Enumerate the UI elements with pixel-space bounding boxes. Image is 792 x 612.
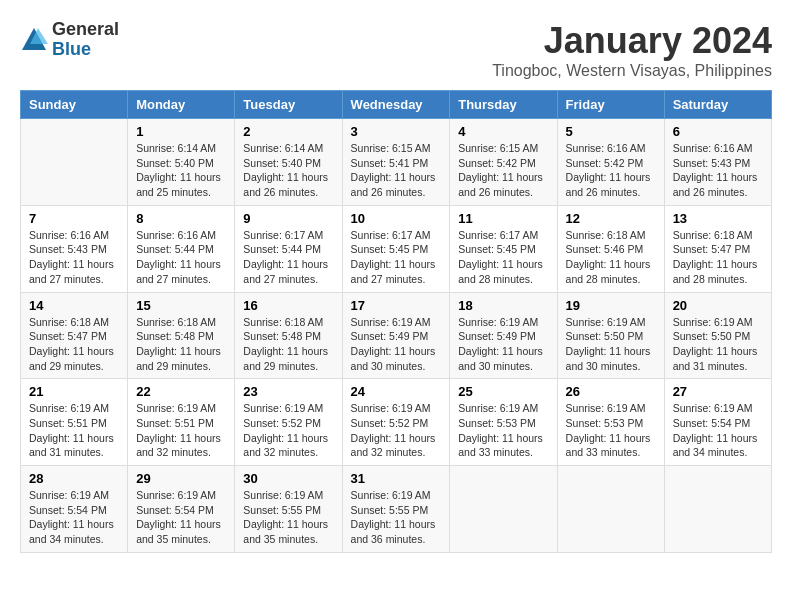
day-cell: 31Sunrise: 6:19 AMSunset: 5:55 PMDayligh… bbox=[342, 466, 450, 553]
day-cell: 25Sunrise: 6:19 AMSunset: 5:53 PMDayligh… bbox=[450, 379, 557, 466]
day-number: 23 bbox=[243, 384, 333, 399]
day-number: 22 bbox=[136, 384, 226, 399]
day-info: Sunrise: 6:19 AMSunset: 5:55 PMDaylight:… bbox=[243, 488, 333, 547]
day-number: 6 bbox=[673, 124, 763, 139]
day-info: Sunrise: 6:19 AMSunset: 5:54 PMDaylight:… bbox=[673, 401, 763, 460]
day-number: 10 bbox=[351, 211, 442, 226]
day-cell: 3Sunrise: 6:15 AMSunset: 5:41 PMDaylight… bbox=[342, 119, 450, 206]
day-number: 30 bbox=[243, 471, 333, 486]
day-cell: 30Sunrise: 6:19 AMSunset: 5:55 PMDayligh… bbox=[235, 466, 342, 553]
day-info: Sunrise: 6:15 AMSunset: 5:42 PMDaylight:… bbox=[458, 141, 548, 200]
day-number: 26 bbox=[566, 384, 656, 399]
page-subtitle: Tinogboc, Western Visayas, Philippines bbox=[492, 62, 772, 80]
week-row-2: 7Sunrise: 6:16 AMSunset: 5:43 PMDaylight… bbox=[21, 205, 772, 292]
day-cell: 8Sunrise: 6:16 AMSunset: 5:44 PMDaylight… bbox=[128, 205, 235, 292]
day-info: Sunrise: 6:19 AMSunset: 5:53 PMDaylight:… bbox=[458, 401, 548, 460]
day-cell: 28Sunrise: 6:19 AMSunset: 5:54 PMDayligh… bbox=[21, 466, 128, 553]
day-number: 17 bbox=[351, 298, 442, 313]
day-cell bbox=[21, 119, 128, 206]
day-number: 21 bbox=[29, 384, 119, 399]
day-cell bbox=[450, 466, 557, 553]
header-day-saturday: Saturday bbox=[664, 91, 771, 119]
day-number: 9 bbox=[243, 211, 333, 226]
day-info: Sunrise: 6:17 AMSunset: 5:45 PMDaylight:… bbox=[351, 228, 442, 287]
day-number: 13 bbox=[673, 211, 763, 226]
day-cell: 7Sunrise: 6:16 AMSunset: 5:43 PMDaylight… bbox=[21, 205, 128, 292]
day-info: Sunrise: 6:19 AMSunset: 5:53 PMDaylight:… bbox=[566, 401, 656, 460]
day-info: Sunrise: 6:16 AMSunset: 5:43 PMDaylight:… bbox=[673, 141, 763, 200]
week-row-4: 21Sunrise: 6:19 AMSunset: 5:51 PMDayligh… bbox=[21, 379, 772, 466]
day-info: Sunrise: 6:17 AMSunset: 5:45 PMDaylight:… bbox=[458, 228, 548, 287]
day-cell: 16Sunrise: 6:18 AMSunset: 5:48 PMDayligh… bbox=[235, 292, 342, 379]
day-number: 3 bbox=[351, 124, 442, 139]
day-info: Sunrise: 6:18 AMSunset: 5:48 PMDaylight:… bbox=[136, 315, 226, 374]
day-number: 16 bbox=[243, 298, 333, 313]
day-number: 5 bbox=[566, 124, 656, 139]
day-cell bbox=[664, 466, 771, 553]
day-number: 7 bbox=[29, 211, 119, 226]
day-number: 28 bbox=[29, 471, 119, 486]
day-info: Sunrise: 6:14 AMSunset: 5:40 PMDaylight:… bbox=[243, 141, 333, 200]
day-info: Sunrise: 6:19 AMSunset: 5:51 PMDaylight:… bbox=[136, 401, 226, 460]
day-number: 14 bbox=[29, 298, 119, 313]
day-cell: 18Sunrise: 6:19 AMSunset: 5:49 PMDayligh… bbox=[450, 292, 557, 379]
day-number: 29 bbox=[136, 471, 226, 486]
header-day-thursday: Thursday bbox=[450, 91, 557, 119]
day-info: Sunrise: 6:19 AMSunset: 5:51 PMDaylight:… bbox=[29, 401, 119, 460]
day-info: Sunrise: 6:18 AMSunset: 5:48 PMDaylight:… bbox=[243, 315, 333, 374]
day-number: 24 bbox=[351, 384, 442, 399]
page-title: January 2024 bbox=[492, 20, 772, 62]
day-info: Sunrise: 6:19 AMSunset: 5:50 PMDaylight:… bbox=[673, 315, 763, 374]
logo-general-text: General bbox=[52, 20, 119, 40]
day-cell bbox=[557, 466, 664, 553]
day-info: Sunrise: 6:19 AMSunset: 5:50 PMDaylight:… bbox=[566, 315, 656, 374]
day-cell: 21Sunrise: 6:19 AMSunset: 5:51 PMDayligh… bbox=[21, 379, 128, 466]
calendar-table: SundayMondayTuesdayWednesdayThursdayFrid… bbox=[20, 90, 772, 553]
day-cell: 20Sunrise: 6:19 AMSunset: 5:50 PMDayligh… bbox=[664, 292, 771, 379]
day-info: Sunrise: 6:19 AMSunset: 5:52 PMDaylight:… bbox=[351, 401, 442, 460]
day-cell: 5Sunrise: 6:16 AMSunset: 5:42 PMDaylight… bbox=[557, 119, 664, 206]
day-number: 8 bbox=[136, 211, 226, 226]
day-number: 4 bbox=[458, 124, 548, 139]
day-cell: 10Sunrise: 6:17 AMSunset: 5:45 PMDayligh… bbox=[342, 205, 450, 292]
day-cell: 11Sunrise: 6:17 AMSunset: 5:45 PMDayligh… bbox=[450, 205, 557, 292]
day-cell: 15Sunrise: 6:18 AMSunset: 5:48 PMDayligh… bbox=[128, 292, 235, 379]
title-section: January 2024 Tinogboc, Western Visayas, … bbox=[492, 20, 772, 80]
header-day-wednesday: Wednesday bbox=[342, 91, 450, 119]
day-cell: 2Sunrise: 6:14 AMSunset: 5:40 PMDaylight… bbox=[235, 119, 342, 206]
day-info: Sunrise: 6:19 AMSunset: 5:49 PMDaylight:… bbox=[458, 315, 548, 374]
logo: General Blue bbox=[20, 20, 119, 60]
day-number: 25 bbox=[458, 384, 548, 399]
day-cell: 23Sunrise: 6:19 AMSunset: 5:52 PMDayligh… bbox=[235, 379, 342, 466]
week-row-5: 28Sunrise: 6:19 AMSunset: 5:54 PMDayligh… bbox=[21, 466, 772, 553]
day-cell: 27Sunrise: 6:19 AMSunset: 5:54 PMDayligh… bbox=[664, 379, 771, 466]
header-day-monday: Monday bbox=[128, 91, 235, 119]
day-number: 12 bbox=[566, 211, 656, 226]
day-cell: 12Sunrise: 6:18 AMSunset: 5:46 PMDayligh… bbox=[557, 205, 664, 292]
header-day-tuesday: Tuesday bbox=[235, 91, 342, 119]
header: General Blue January 2024 Tinogboc, West… bbox=[20, 20, 772, 80]
day-cell: 29Sunrise: 6:19 AMSunset: 5:54 PMDayligh… bbox=[128, 466, 235, 553]
day-cell: 26Sunrise: 6:19 AMSunset: 5:53 PMDayligh… bbox=[557, 379, 664, 466]
day-number: 18 bbox=[458, 298, 548, 313]
day-info: Sunrise: 6:19 AMSunset: 5:54 PMDaylight:… bbox=[29, 488, 119, 547]
day-cell: 22Sunrise: 6:19 AMSunset: 5:51 PMDayligh… bbox=[128, 379, 235, 466]
header-day-friday: Friday bbox=[557, 91, 664, 119]
day-cell: 13Sunrise: 6:18 AMSunset: 5:47 PMDayligh… bbox=[664, 205, 771, 292]
day-info: Sunrise: 6:16 AMSunset: 5:43 PMDaylight:… bbox=[29, 228, 119, 287]
day-info: Sunrise: 6:16 AMSunset: 5:42 PMDaylight:… bbox=[566, 141, 656, 200]
day-number: 19 bbox=[566, 298, 656, 313]
day-number: 2 bbox=[243, 124, 333, 139]
day-info: Sunrise: 6:18 AMSunset: 5:47 PMDaylight:… bbox=[29, 315, 119, 374]
day-number: 15 bbox=[136, 298, 226, 313]
header-day-sunday: Sunday bbox=[21, 91, 128, 119]
day-cell: 1Sunrise: 6:14 AMSunset: 5:40 PMDaylight… bbox=[128, 119, 235, 206]
day-number: 31 bbox=[351, 471, 442, 486]
day-cell: 4Sunrise: 6:15 AMSunset: 5:42 PMDaylight… bbox=[450, 119, 557, 206]
day-info: Sunrise: 6:15 AMSunset: 5:41 PMDaylight:… bbox=[351, 141, 442, 200]
day-info: Sunrise: 6:18 AMSunset: 5:47 PMDaylight:… bbox=[673, 228, 763, 287]
day-cell: 9Sunrise: 6:17 AMSunset: 5:44 PMDaylight… bbox=[235, 205, 342, 292]
day-info: Sunrise: 6:19 AMSunset: 5:54 PMDaylight:… bbox=[136, 488, 226, 547]
day-info: Sunrise: 6:14 AMSunset: 5:40 PMDaylight:… bbox=[136, 141, 226, 200]
day-cell: 14Sunrise: 6:18 AMSunset: 5:47 PMDayligh… bbox=[21, 292, 128, 379]
